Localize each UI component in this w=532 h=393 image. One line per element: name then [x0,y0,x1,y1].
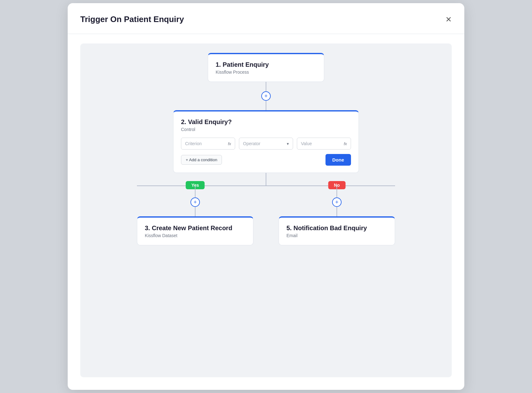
criterion-field[interactable]: Criterion fx [181,138,235,150]
control-fields: Criterion fx Operator ▾ Value fx [181,138,351,150]
value-fx-icon: fx [344,141,347,146]
node-2-subtitle: Control [181,127,351,132]
criterion-fx-icon: fx [228,141,231,146]
close-button[interactable]: ✕ [445,16,452,23]
node-3-title: 3. Create New Patient Record [145,225,246,232]
add-icon-1: + [264,93,268,100]
connector-1-2-bottom [266,101,266,110]
node-1-title: 1. Patient Enquiry [216,61,316,68]
add-icon-no: + [335,199,339,206]
modal: Trigger On Patient Enquiry ✕ 1. Patient … [68,3,464,390]
operator-field[interactable]: Operator ▾ [239,138,293,150]
flow-center: 1. Patient Enquiry Kissflow Process + 2.… [87,53,445,274]
left-arm: + 3. Create New Patient Record Kissflow … [137,185,253,245]
add-icon-yes: + [194,199,197,206]
connector-2-branch [266,173,266,185]
value-field[interactable]: Value fx [297,138,351,150]
v-seg-right-1 [337,185,337,197]
connector-1-2-top [266,82,266,91]
v-seg-left-1 [195,185,195,197]
node-1[interactable]: 1. Patient Enquiry Kissflow Process [208,53,324,82]
node-5-subtitle: Email [286,233,387,238]
node-1-subtitle: Kissflow Process [216,70,316,75]
value-placeholder: Value [301,141,312,146]
node-2-title: 2. Valid Enquiry? [181,118,351,126]
add-condition-button[interactable]: + Add a condition [181,155,222,165]
v-seg-right-2 [337,207,337,216]
operator-placeholder: Operator [243,141,260,146]
modal-title: Trigger On Patient Enquiry [80,14,184,24]
operator-chevron-icon: ▾ [287,141,289,146]
node-3-subtitle: Kissflow Dataset [145,233,246,238]
add-step-no[interactable]: + [332,197,342,207]
criterion-placeholder: Criterion [185,141,202,146]
flow-canvas: 1. Patient Enquiry Kissflow Process + 2.… [80,43,452,377]
add-step-yes[interactable]: + [190,197,200,207]
branch-container: Yes No + 3. Create New Patient Record Ki… [93,185,439,274]
modal-header: Trigger On Patient Enquiry ✕ [80,14,452,24]
done-button[interactable]: Done [325,154,351,166]
add-step-1[interactable]: + [261,91,271,101]
node-5-title: 5. Notification Bad Enquiry [286,225,387,232]
node-5[interactable]: 5. Notification Bad Enquiry Email [279,216,395,245]
node-2[interactable]: 2. Valid Enquiry? Control Criterion fx O… [173,110,359,173]
control-footer: + Add a condition Done [181,154,351,166]
divider [68,34,464,34]
node-3[interactable]: 3. Create New Patient Record Kissflow Da… [137,216,253,245]
right-arm: + 5. Notification Bad Enquiry Email [279,185,395,245]
v-seg-left-2 [195,207,195,216]
